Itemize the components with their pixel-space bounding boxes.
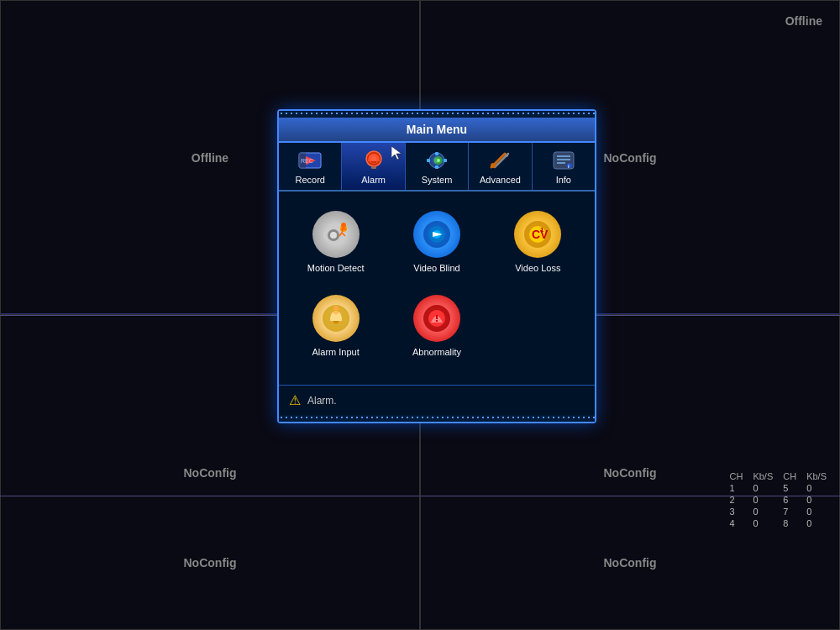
svg-point-33 bbox=[341, 223, 346, 228]
video-blind-icon bbox=[413, 211, 460, 258]
tab-system-label: System bbox=[422, 175, 453, 185]
video-loss-item[interactable]: CV 1 Video Loss bbox=[490, 204, 586, 280]
stats-ch1-2: 2 bbox=[725, 494, 748, 506]
svg-rect-14 bbox=[427, 159, 430, 162]
svg-text:REC: REC bbox=[301, 158, 313, 164]
stats-kbs1-4: 0 bbox=[748, 517, 778, 529]
info-icon: i bbox=[551, 150, 576, 171]
stats-ch1-4: 4 bbox=[725, 517, 748, 529]
alarm-input-item[interactable]: Alarm Input bbox=[287, 288, 384, 364]
svg-rect-12 bbox=[435, 152, 438, 155]
system-icon bbox=[424, 150, 449, 171]
stats-ch1-3: 3 bbox=[725, 506, 748, 517]
svg-rect-54 bbox=[436, 320, 438, 322]
motion-detect-item[interactable]: Motion Detect bbox=[287, 204, 384, 280]
video-blind-svg bbox=[421, 218, 453, 250]
camera-label-bl: NoConfig bbox=[184, 556, 237, 570]
stats-table: CH Kb/S CH Kb/S 1 0 5 0 2 0 6 0 3 0 7 0 … bbox=[725, 470, 832, 529]
abnormality-svg bbox=[421, 302, 453, 334]
video-blind-label: Video Blind bbox=[413, 263, 459, 273]
advanced-tab-icon bbox=[485, 148, 515, 173]
tab-alarm-label: Alarm bbox=[361, 175, 386, 185]
info-tab-icon: i bbox=[549, 148, 579, 173]
alarm-icon bbox=[361, 150, 386, 171]
stats-header-ch2: CH bbox=[778, 470, 801, 482]
svg-point-31 bbox=[330, 232, 337, 239]
stats-ch2-2: 6 bbox=[778, 494, 801, 506]
menu-title-bar: Main Menu bbox=[279, 118, 595, 143]
svg-point-21 bbox=[491, 163, 496, 168]
record-icon: REC bbox=[297, 150, 323, 171]
tab-record-label: Record bbox=[295, 175, 324, 185]
tab-record[interactable]: REC Record bbox=[279, 143, 342, 190]
abnormality-label: Abnormality bbox=[412, 347, 461, 357]
stats-row-2: 2 0 6 0 bbox=[725, 494, 832, 506]
svg-marker-9 bbox=[391, 146, 402, 160]
menu-title: Main Menu bbox=[407, 123, 467, 136]
dotted-border-bottom bbox=[279, 415, 595, 422]
icon-grid: Motion Detect Video Blind bbox=[287, 204, 586, 364]
svg-rect-24 bbox=[557, 155, 570, 157]
system-tab-icon bbox=[422, 148, 452, 173]
stats-header-ch1: CH bbox=[725, 470, 748, 482]
stats-kbs1-3: 0 bbox=[748, 506, 778, 517]
tab-advanced[interactable]: Advanced bbox=[469, 143, 532, 190]
camera-label-2: NoConfig bbox=[604, 151, 657, 165]
svg-rect-8 bbox=[371, 161, 376, 163]
stats-kbs2-2: 0 bbox=[801, 494, 832, 506]
status-bar: ⚠ Alarm. bbox=[279, 385, 595, 415]
stats-row-1: 1 0 5 0 bbox=[725, 482, 832, 494]
tab-bar: REC Record Alarm bbox=[279, 143, 595, 192]
cursor-icon bbox=[391, 146, 402, 160]
stats-row-3: 3 0 7 0 bbox=[725, 506, 832, 517]
svg-rect-48 bbox=[333, 321, 339, 323]
stats-ch2-1: 5 bbox=[778, 482, 801, 494]
svg-rect-25 bbox=[557, 159, 570, 160]
abnormality-item[interactable]: Abnormality bbox=[388, 288, 485, 364]
svg-point-50 bbox=[333, 306, 339, 311]
tab-system[interactable]: System bbox=[406, 143, 469, 190]
main-menu-dialog: Main Menu REC Record bbox=[277, 109, 596, 423]
stats-kbs2-3: 0 bbox=[801, 506, 832, 517]
motion-detect-icon bbox=[312, 211, 360, 258]
dotted-border-top bbox=[279, 111, 595, 118]
stats-ch2-3: 7 bbox=[778, 506, 801, 517]
stats-ch1-1: 1 bbox=[725, 482, 748, 494]
video-blind-item[interactable]: Video Blind bbox=[388, 204, 485, 280]
video-loss-icon: CV 1 bbox=[514, 211, 561, 258]
stats-kbs1-1: 0 bbox=[748, 482, 778, 494]
camera-label-offline-tr: Offline bbox=[785, 14, 822, 28]
stats-ch2-4: 8 bbox=[778, 517, 801, 529]
alarm-input-icon bbox=[312, 295, 360, 342]
menu-content: Motion Detect Video Blind bbox=[279, 192, 595, 385]
svg-rect-7 bbox=[371, 166, 376, 169]
camera-label-1: Offline bbox=[192, 151, 228, 165]
tab-info-label: Info bbox=[556, 175, 571, 185]
stats-header-kbs1: Kb/S bbox=[748, 470, 778, 482]
camera-label-3: NoConfig bbox=[184, 466, 237, 480]
status-warning-icon: ⚠ bbox=[289, 392, 301, 408]
camera-cell-bl: NoConfig bbox=[0, 496, 420, 630]
stats-kbs2-4: 0 bbox=[801, 517, 832, 529]
stats-header-kbs2: Kb/S bbox=[801, 470, 832, 482]
video-loss-svg: CV 1 bbox=[522, 218, 554, 250]
svg-rect-53 bbox=[436, 315, 438, 319]
alarm-input-label: Alarm Input bbox=[312, 347, 360, 357]
svg-rect-13 bbox=[435, 165, 438, 169]
svg-text:1: 1 bbox=[540, 226, 544, 234]
svg-rect-26 bbox=[557, 162, 565, 164]
stats-kbs1-2: 0 bbox=[748, 494, 778, 506]
alarm-input-svg bbox=[320, 302, 352, 334]
camera-label-4: NoConfig bbox=[604, 466, 657, 480]
tab-alarm[interactable]: Alarm bbox=[342, 143, 405, 190]
advanced-icon bbox=[487, 150, 512, 171]
motion-detect-svg bbox=[320, 218, 352, 250]
abnormality-icon bbox=[413, 295, 460, 342]
tab-advanced-label: Advanced bbox=[480, 175, 521, 185]
stats-kbs2-1: 0 bbox=[801, 482, 832, 494]
alarm-tab-icon bbox=[359, 148, 389, 173]
tab-info[interactable]: i Info bbox=[533, 143, 595, 190]
motion-detect-label: Motion Detect bbox=[307, 263, 365, 273]
record-tab-icon: REC bbox=[295, 148, 325, 173]
svg-point-22 bbox=[505, 154, 508, 157]
